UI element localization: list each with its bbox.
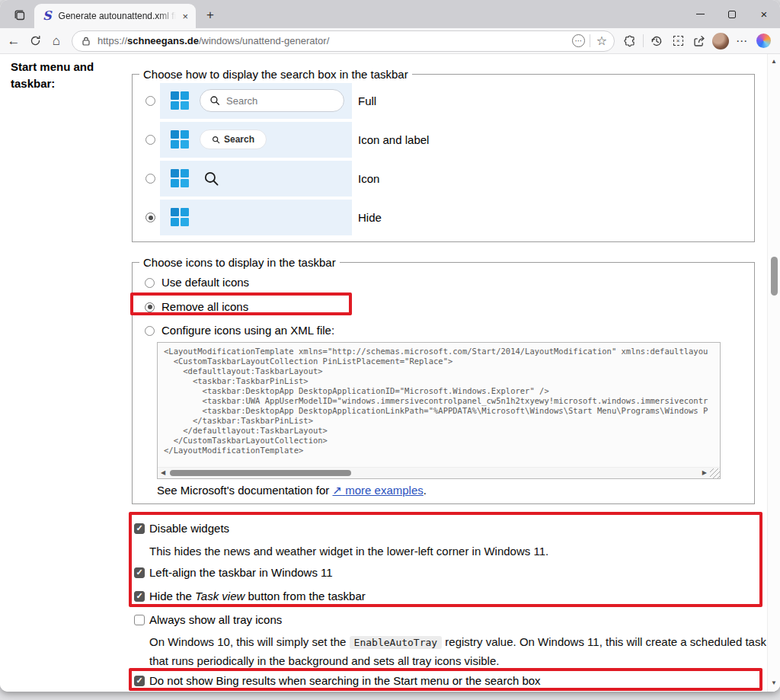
- tray-icons-row: ✓ Always show all tray icons: [134, 613, 282, 626]
- radio-label[interactable]: Configure icons using an XML file:: [161, 324, 334, 337]
- radio-label[interactable]: Remove all icons: [161, 300, 248, 314]
- radio-full[interactable]: [145, 96, 155, 106]
- fieldset-legend: Choose icons to display in the taskbar: [139, 256, 340, 269]
- radio-row-configure-xml: Configure icons using an XML file:: [145, 324, 334, 337]
- checkbox-label[interactable]: Always show all tray icons: [149, 613, 282, 626]
- taskbar-preview-hide: [160, 200, 352, 235]
- settings-more-icon[interactable]: ⋯: [731, 30, 753, 52]
- windows-logo-icon: [171, 130, 189, 149]
- radio-icon-and-label[interactable]: [145, 135, 155, 145]
- tray-icons-checkbox[interactable]: ✓: [134, 615, 145, 625]
- title-bar: S Generate autounattend.xml files f × + …: [0, 0, 780, 28]
- checkbox-label[interactable]: Hide the Task view button from the taskb…: [149, 590, 366, 603]
- option-label[interactable]: Icon: [358, 161, 379, 197]
- back-button[interactable]: ←: [3, 30, 24, 52]
- checkbox-label[interactable]: Left-align the taskbar in Windows 11: [149, 566, 333, 579]
- external-link-icon: ↗: [332, 484, 342, 497]
- check-icon: ✓: [136, 524, 142, 532]
- home-button[interactable]: ⌂: [46, 30, 67, 52]
- avatar-image: [712, 33, 729, 50]
- xml-code: <LayoutModificationTemplate xmlns="http:…: [158, 343, 720, 467]
- search-icon: [209, 95, 220, 106]
- radio-configure-xml[interactable]: [145, 326, 155, 336]
- check-icon: ✓: [136, 592, 142, 600]
- split-screen-icon[interactable]: ⋯: [569, 32, 587, 50]
- check-icon: ✓: [136, 568, 142, 577]
- maximize-button[interactable]: [716, 0, 748, 28]
- checkbox-label[interactable]: Disable widgets: [149, 522, 229, 535]
- taskbar-preview-icon-label: Search: [160, 122, 352, 158]
- scrollbar-thumb[interactable]: [771, 257, 778, 296]
- tab-title: Generate autounattend.xml files f: [59, 11, 181, 21]
- scrollbar-thumb[interactable]: [170, 470, 351, 476]
- radio-hide[interactable]: [145, 213, 155, 222]
- toolbar-divider: [643, 34, 644, 47]
- hide-task-view-row: ✓ Hide the Task view button from the tas…: [134, 590, 366, 603]
- history-icon[interactable]: [646, 30, 667, 52]
- lock-icon: [81, 36, 91, 46]
- documentation-note: See Microsoft's documentation for ↗ more…: [157, 484, 427, 497]
- favorites-star-icon[interactable]: ☆: [593, 32, 611, 50]
- scroll-right-icon[interactable]: ▶: [699, 470, 710, 476]
- option-label[interactable]: Icon and label: [358, 122, 429, 158]
- browser-window: S Generate autounattend.xml files f × + …: [0, 0, 780, 692]
- share-icon[interactable]: [689, 30, 710, 52]
- checkbox-label[interactable]: Do not show Bing results when searching …: [149, 674, 541, 687]
- radio-label[interactable]: Use default icons: [161, 276, 249, 289]
- option-label[interactable]: Full: [358, 83, 376, 119]
- site-favicon: S: [43, 10, 52, 22]
- windows-logo-icon: [171, 208, 189, 226]
- option-row-full: Search Full: [133, 83, 754, 119]
- search-icon: [203, 171, 219, 187]
- option-label[interactable]: Hide: [358, 200, 382, 235]
- scroll-left-icon[interactable]: ◀: [158, 470, 168, 476]
- web-capture-icon[interactable]: ×: [667, 30, 689, 52]
- search-box-fieldset: Choose how to display the search box in …: [132, 74, 755, 242]
- bing-results-checkbox[interactable]: ✓: [134, 676, 145, 686]
- copilot-logo: [756, 34, 771, 48]
- minimize-button[interactable]: [684, 0, 716, 28]
- tab-close-icon[interactable]: ×: [180, 11, 190, 22]
- url-text: https://schneegans.de/windows/unattend-g…: [98, 35, 569, 46]
- windows-logo-icon: [171, 169, 189, 187]
- disable-widgets-description: This hides the news and weather widget i…: [149, 542, 548, 561]
- option-row-icon: Icon: [133, 161, 754, 197]
- radio-use-default-icons[interactable]: [145, 278, 155, 288]
- copilot-icon[interactable]: [753, 30, 774, 52]
- browser-tab[interactable]: S Generate autounattend.xml files f ×: [34, 4, 196, 28]
- hide-task-view-checkbox[interactable]: ✓: [134, 591, 145, 602]
- browser-toolbar: ← ⌂ https://schneegans.de/windows/unatte…: [0, 28, 780, 54]
- option-row-hide: Hide: [133, 200, 754, 235]
- vertical-scrollbar[interactable]: ▲ ▼: [767, 54, 780, 692]
- taskbar-icons-fieldset: Choose icons to display in the taskbar U…: [132, 262, 755, 504]
- disable-widgets-checkbox[interactable]: ✓: [134, 523, 145, 534]
- tray-icons-description: On Windows 10, this will simply set the …: [149, 633, 768, 670]
- radio-icon[interactable]: [145, 174, 155, 184]
- check-icon: ✓: [136, 676, 142, 685]
- address-bar[interactable]: https://schneegans.de/windows/unattend-g…: [72, 30, 615, 52]
- profile-avatar[interactable]: [710, 30, 731, 52]
- new-tab-button[interactable]: +: [200, 5, 220, 25]
- disable-widgets-row: ✓ Disable widgets: [134, 522, 229, 535]
- radio-remove-all-icons[interactable]: [145, 302, 155, 312]
- left-align-checkbox[interactable]: ✓: [134, 567, 145, 578]
- horizontal-scrollbar[interactable]: ◀ ▶: [158, 467, 720, 478]
- xml-layout-textarea[interactable]: <LayoutModificationTemplate xmlns="http:…: [157, 342, 721, 479]
- taskbar-preview-icon: [160, 161, 352, 197]
- resize-grip-icon[interactable]: [710, 468, 720, 478]
- maximize-icon: [728, 11, 736, 18]
- refresh-button[interactable]: [24, 30, 46, 52]
- extensions-icon[interactable]: [619, 30, 641, 52]
- registry-value-code: EnableAutoTray: [350, 636, 443, 649]
- scroll-down-icon[interactable]: ▼: [768, 679, 780, 686]
- close-button[interactable]: ×: [748, 0, 780, 28]
- search-pill-preview: Search: [200, 129, 267, 149]
- minimize-icon: [696, 14, 705, 14]
- scroll-up-icon[interactable]: ▲: [768, 58, 780, 65]
- address-bar-divider: [590, 34, 590, 47]
- tab-actions-menu-icon[interactable]: [8, 4, 32, 27]
- radio-row-remove-all-icons: Remove all icons: [145, 300, 248, 314]
- more-examples-link[interactable]: ↗ more examples: [332, 484, 423, 497]
- bing-results-row: ✓ Do not show Bing results when searchin…: [134, 674, 541, 687]
- taskbar-preview-full: Search: [160, 83, 352, 119]
